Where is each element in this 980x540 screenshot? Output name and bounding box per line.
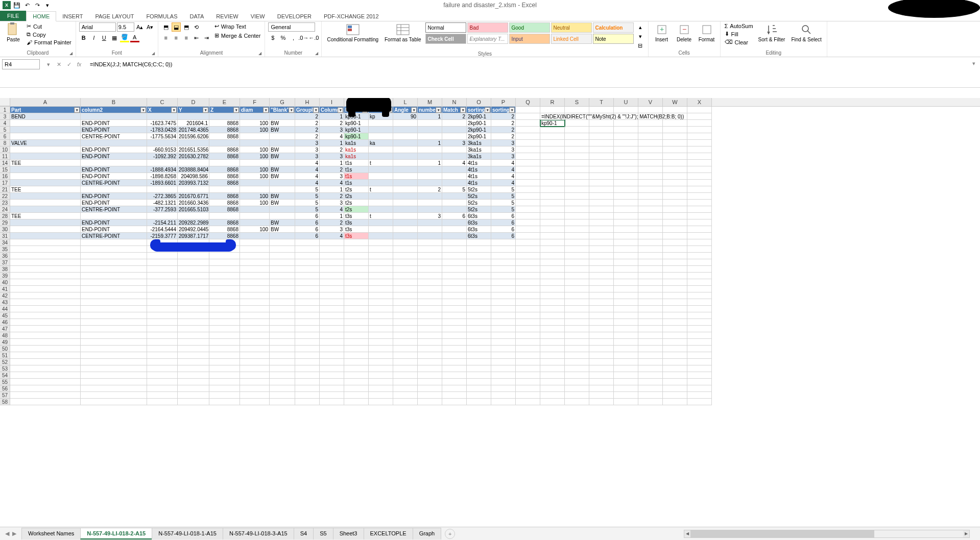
- cell[interactable]: [369, 120, 393, 127]
- cell[interactable]: [209, 385, 240, 392]
- cell[interactable]: [209, 306, 240, 312]
- cell[interactable]: [295, 239, 320, 246]
- row-header[interactable]: 11: [0, 153, 10, 160]
- cell[interactable]: 1: [320, 160, 344, 166]
- sheet-tab[interactable]: N-557-49-LI-018-2-A15: [80, 528, 152, 539]
- cell[interactable]: 100: [240, 153, 270, 160]
- cell[interactable]: [540, 306, 565, 312]
- cell[interactable]: [663, 127, 687, 133]
- cell[interactable]: [565, 319, 589, 326]
- cell[interactable]: [10, 259, 81, 266]
- cell[interactable]: 5: [491, 193, 516, 200]
- cell[interactable]: [240, 233, 270, 239]
- cell[interactable]: [614, 120, 638, 127]
- filter-dropdown-icon[interactable]: ▾: [338, 107, 343, 113]
- cell[interactable]: [491, 372, 516, 379]
- cell[interactable]: [147, 299, 178, 306]
- cell[interactable]: [442, 266, 467, 273]
- filter-dropdown-icon[interactable]: ▾: [289, 107, 294, 113]
- row-header[interactable]: 42: [0, 292, 10, 299]
- cell[interactable]: 1: [418, 160, 442, 166]
- cell[interactable]: [369, 200, 393, 206]
- cell[interactable]: [565, 166, 589, 173]
- formula-input[interactable]: [88, 59, 970, 69]
- cell[interactable]: [81, 186, 147, 193]
- style-input[interactable]: Input: [509, 34, 550, 44]
- decrease-font-icon[interactable]: A▾: [146, 22, 155, 32]
- cell[interactable]: [178, 259, 209, 266]
- cell[interactable]: [178, 319, 209, 326]
- cell[interactable]: [638, 326, 663, 332]
- cell[interactable]: [418, 292, 442, 299]
- cell[interactable]: [565, 246, 589, 253]
- cell[interactable]: [393, 266, 418, 273]
- cell[interactable]: [418, 279, 442, 286]
- cell[interactable]: [614, 385, 638, 392]
- row-header[interactable]: 53: [0, 365, 10, 372]
- cell[interactable]: [687, 306, 712, 312]
- cell[interactable]: [10, 273, 81, 279]
- cell[interactable]: [147, 279, 178, 286]
- cell[interactable]: [418, 133, 442, 140]
- cell[interactable]: 6: [491, 219, 516, 226]
- cell[interactable]: [540, 365, 565, 372]
- cell[interactable]: 4: [295, 173, 320, 180]
- cell[interactable]: [270, 372, 295, 379]
- cell[interactable]: [540, 279, 565, 286]
- cell[interactable]: [369, 253, 393, 259]
- cell[interactable]: [663, 292, 687, 299]
- cell[interactable]: [663, 392, 687, 399]
- cell[interactable]: [209, 359, 240, 365]
- cell[interactable]: 8868: [209, 200, 240, 206]
- cell[interactable]: [467, 392, 491, 399]
- cell[interactable]: [418, 319, 442, 326]
- cell[interactable]: BW: [270, 173, 295, 180]
- cell[interactable]: [393, 299, 418, 306]
- cell[interactable]: [81, 306, 147, 312]
- cell[interactable]: [516, 359, 540, 365]
- cell[interactable]: [687, 146, 712, 153]
- filter-dropdown-icon[interactable]: ▾: [460, 107, 466, 113]
- cell[interactable]: -2164.5444: [147, 226, 178, 233]
- cell[interactable]: [81, 160, 147, 166]
- cell[interactable]: [687, 266, 712, 273]
- cell[interactable]: [209, 399, 240, 405]
- cell[interactable]: [295, 306, 320, 312]
- cell[interactable]: [516, 153, 540, 160]
- cell[interactable]: [565, 173, 589, 180]
- cell[interactable]: [320, 359, 344, 365]
- cell[interactable]: [178, 326, 209, 332]
- cell[interactable]: [147, 346, 178, 352]
- row-header[interactable]: 16: [0, 173, 10, 180]
- row-header[interactable]: 8: [0, 140, 10, 146]
- cell[interactable]: [614, 213, 638, 219]
- cell[interactable]: [10, 306, 81, 312]
- cell[interactable]: [540, 352, 565, 359]
- cell[interactable]: [589, 273, 614, 279]
- cell[interactable]: [565, 226, 589, 233]
- cell[interactable]: 2: [442, 113, 467, 120]
- cell[interactable]: [178, 312, 209, 319]
- cell[interactable]: [270, 346, 295, 352]
- cell[interactable]: [393, 146, 418, 153]
- cell[interactable]: [467, 332, 491, 339]
- cell[interactable]: 201604.1: [178, 120, 209, 127]
- cell[interactable]: [540, 206, 565, 213]
- cell[interactable]: t: [369, 160, 393, 166]
- tab-review[interactable]: REVIEW: [210, 12, 244, 21]
- cell[interactable]: [663, 312, 687, 319]
- cell[interactable]: [270, 359, 295, 365]
- cell[interactable]: [565, 332, 589, 339]
- cell[interactable]: [295, 292, 320, 299]
- cell[interactable]: [369, 286, 393, 292]
- cell[interactable]: 3: [418, 213, 442, 219]
- cell[interactable]: [516, 326, 540, 332]
- bold-icon[interactable]: B: [79, 33, 88, 42]
- cell[interactable]: [209, 319, 240, 326]
- row-header[interactable]: 50: [0, 346, 10, 352]
- cell[interactable]: [240, 299, 270, 306]
- cell[interactable]: [344, 392, 369, 399]
- table-header-cell[interactable]: X▾: [147, 107, 178, 113]
- cell[interactable]: [638, 379, 663, 385]
- cell[interactable]: 3: [491, 146, 516, 153]
